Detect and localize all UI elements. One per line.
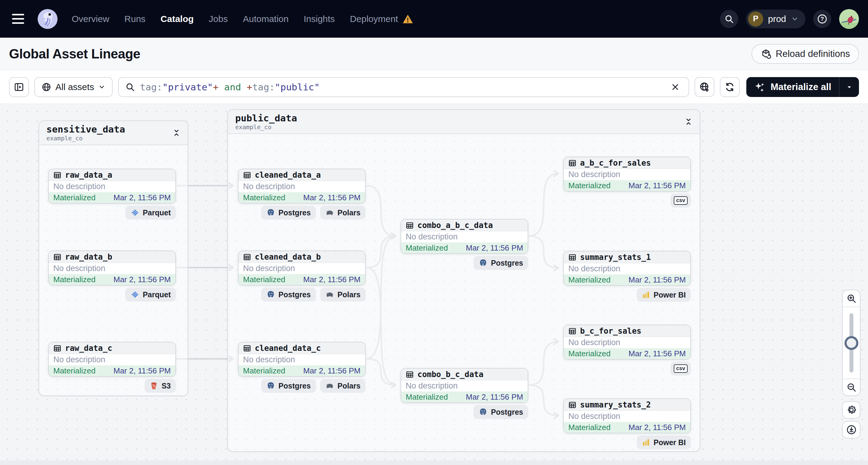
help-button[interactable]: ? xyxy=(813,10,831,28)
panel-toggle-icon xyxy=(14,82,24,92)
asset-status: Materialized xyxy=(568,275,611,285)
clear-filter-button[interactable] xyxy=(669,82,682,92)
zoom-in-button[interactable] xyxy=(843,290,860,307)
zoom-out-button[interactable] xyxy=(843,378,860,396)
s3-bucket-icon xyxy=(150,381,158,390)
nav-links: OverviewRunsCatalogJobsAutomationInsight… xyxy=(72,14,413,24)
asset-scope-filter-button[interactable]: All assets xyxy=(34,77,113,97)
refresh-button[interactable] xyxy=(720,77,740,97)
polars-icon xyxy=(325,290,334,299)
asset-status: Materialized xyxy=(568,423,611,432)
hamburger-menu-button[interactable] xyxy=(9,9,28,29)
asset-node-raw_data_c[interactable]: raw_data_c No description Materialized M… xyxy=(48,342,176,377)
badge-label: Postgres xyxy=(279,208,311,217)
page-title: Global Asset Lineage xyxy=(9,46,141,61)
table-icon xyxy=(243,171,251,179)
asset-timestamp: Mar 2, 11:56 PM xyxy=(114,275,171,284)
group-header-public_data[interactable]: public_data example_co xyxy=(228,110,700,134)
asset-status: Materialized xyxy=(406,243,448,253)
question-mark-icon: ? xyxy=(817,13,828,24)
table-icon xyxy=(53,344,61,352)
postgres-badge: Postgres xyxy=(261,206,316,220)
asset-scope-label: All assets xyxy=(55,82,94,92)
asset-node-summary_stats_1[interactable]: summary_stats_1 No description Materiali… xyxy=(563,251,691,286)
nav-item-insights[interactable]: Insights xyxy=(304,14,335,24)
asset-timestamp: Mar 2, 11:56 PM xyxy=(628,423,686,432)
table-icon xyxy=(243,253,251,261)
asset-node-summary_stats_2[interactable]: summary_stats_2 No description Materiali… xyxy=(563,398,691,433)
badge-label: Postgres xyxy=(491,259,523,268)
download-graph-button[interactable] xyxy=(842,421,861,438)
badge-label: Power BI xyxy=(654,290,686,299)
asset-node-raw_data_b[interactable]: raw_data_b No description Materialized M… xyxy=(48,251,176,285)
badge-label: Postgres xyxy=(279,381,311,390)
asset-status-row: Materialized Mar 2, 11:56 PM xyxy=(564,274,690,285)
asset-node-cleaned_data_a[interactable]: cleaned_data_a No description Materializ… xyxy=(238,169,366,204)
asset-status: Materialized xyxy=(53,366,95,376)
collapse-group-button[interactable] xyxy=(173,128,180,137)
asset-status: Materialized xyxy=(243,193,285,203)
search-icon xyxy=(724,14,734,24)
asset-badge-row: Postgres xyxy=(401,256,528,270)
asset-status-row: Materialized Mar 2, 11:56 PM xyxy=(401,242,528,253)
postgres-icon xyxy=(266,381,275,390)
zoom-slider[interactable] xyxy=(843,307,860,378)
graph-settings-button[interactable] xyxy=(842,401,861,418)
nav-item-jobs[interactable]: Jobs xyxy=(209,14,228,24)
reload-definitions-button[interactable]: Reload definitions xyxy=(751,44,859,64)
polars-icon xyxy=(325,381,334,390)
group-header-sensitive_data[interactable]: sensitive_data example_co xyxy=(39,121,188,145)
nav-item-runs[interactable]: Runs xyxy=(124,14,146,24)
asset-node-header: summary_stats_1 xyxy=(564,251,690,263)
group-titles: public_data example_co xyxy=(235,113,297,130)
new-asset-selection-button[interactable] xyxy=(694,77,714,97)
lineage-canvas[interactable]: sensitive_data example_co public_data ex… xyxy=(0,104,868,465)
svg-text:?: ? xyxy=(821,16,824,22)
group-titles: sensitive_data example_co xyxy=(46,124,125,141)
nav-item-catalog[interactable]: Catalog xyxy=(160,14,194,24)
zoom-slider-thumb[interactable] xyxy=(844,336,858,350)
global-search-button[interactable] xyxy=(720,10,738,28)
open-asset-list-panel-button[interactable] xyxy=(9,77,29,97)
lineage-toolbar: All assets tag:"private"+ and +tag:"publ… xyxy=(0,70,868,104)
deployment-switcher[interactable]: P prod xyxy=(746,10,805,28)
asset-status-row: Materialized Mar 2, 11:56 PM xyxy=(239,365,365,376)
close-icon xyxy=(671,82,680,92)
dagster-logo[interactable] xyxy=(36,7,59,30)
asset-timestamp: Mar 2, 11:56 PM xyxy=(303,275,361,284)
table-icon xyxy=(568,253,577,261)
nav-item-deployment[interactable]: Deployment xyxy=(350,14,413,24)
asset-status-row: Materialized Mar 2, 11:56 PM xyxy=(401,392,528,402)
powerbi-badge: Power BI xyxy=(637,288,691,302)
asset-node-combo_b_c_data[interactable]: combo_b_c_data No description Materializ… xyxy=(401,368,528,403)
nav-item-automation[interactable]: Automation xyxy=(243,14,288,24)
asset-filter-query: tag:"private"+ and +tag:"public" xyxy=(140,82,319,92)
materialize-split-button: Materialize all xyxy=(746,77,859,97)
asset-node-a_b_c_for_sales[interactable]: a_b_c_for_sales No description Materiali… xyxy=(563,157,691,191)
asset-badge-row: Parquet xyxy=(48,288,176,302)
asset-name: summary_stats_1 xyxy=(580,253,651,262)
table-icon xyxy=(406,221,414,229)
query-token: "private" xyxy=(162,82,213,92)
asset-description: No description xyxy=(564,411,690,422)
postgres-badge: Postgres xyxy=(261,288,316,302)
search-icon xyxy=(125,82,135,92)
asset-node-raw_data_a[interactable]: raw_data_a No description Materialized M… xyxy=(48,169,176,204)
materialize-options-caret[interactable] xyxy=(839,77,859,97)
nav-item-overview[interactable]: Overview xyxy=(72,14,109,24)
group-name: sensitive_data xyxy=(46,124,125,134)
asset-node-header: b_c_for_sales xyxy=(564,325,690,337)
asset-node-combo_a_b_c_data[interactable]: combo_a_b_c_data No description Material… xyxy=(401,219,528,254)
asset-node-cleaned_data_b[interactable]: cleaned_data_b No description Materializ… xyxy=(238,251,366,285)
asset-timestamp: Mar 2, 11:56 PM xyxy=(303,193,361,203)
materialize-all-button[interactable]: Materialize all xyxy=(746,77,839,97)
asset-node-b_c_for_sales[interactable]: b_c_for_sales No description Materialize… xyxy=(563,324,691,360)
asset-badge-row: Postgres xyxy=(401,405,528,419)
parquet-icon xyxy=(130,208,140,217)
asset-node-cleaned_data_c[interactable]: cleaned_data_c No description Materializ… xyxy=(238,342,366,377)
polars-badge: Polars xyxy=(320,379,366,393)
asset-filter-input[interactable]: tag:"private"+ and +tag:"public" xyxy=(118,77,689,97)
user-avatar[interactable] xyxy=(839,9,859,29)
asset-node-header: a_b_c_for_sales xyxy=(564,157,690,169)
collapse-group-button[interactable] xyxy=(685,117,692,126)
